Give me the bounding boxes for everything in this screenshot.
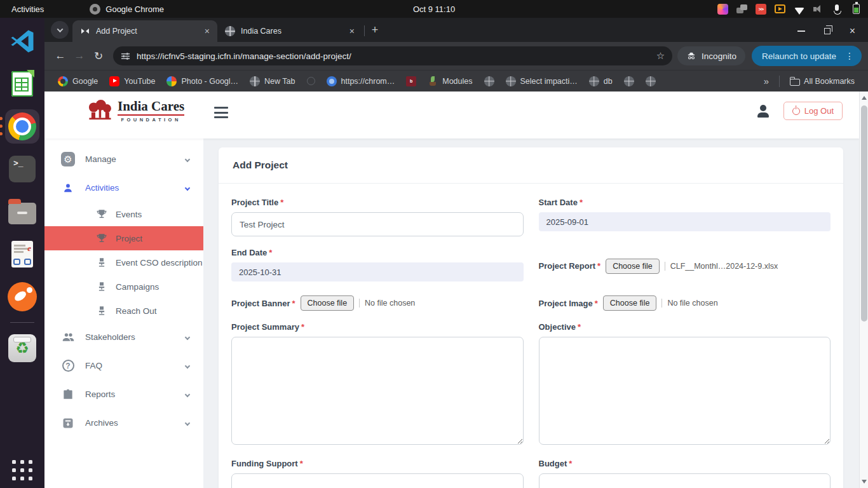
clock[interactable]: Oct 9 11:10 — [413, 4, 455, 14]
trash-icon[interactable]: ♻ — [5, 331, 39, 365]
sidebar-item-faq[interactable]: ? FAQ — [44, 351, 203, 380]
globe-icon — [646, 76, 656, 86]
sidebar-item-campaigns[interactable]: Campaigns — [44, 274, 203, 299]
user-avatar-icon[interactable] — [757, 105, 770, 118]
restore-button[interactable] — [824, 28, 831, 34]
globe-icon — [589, 76, 599, 86]
project-summary-textarea[interactable] — [231, 337, 524, 445]
required-asterisk: * — [595, 299, 598, 308]
bookmark-globe-2[interactable] — [618, 74, 640, 88]
app-grid-button[interactable] — [12, 460, 32, 480]
page-title: Add Project — [233, 159, 288, 170]
bookmark-google[interactable]: Google — [52, 74, 104, 88]
forward-button[interactable]: → — [70, 46, 89, 65]
sidebar-item-manage[interactable]: ⚙ Manage — [44, 145, 203, 173]
tab-search-button[interactable] — [51, 21, 69, 39]
sidebar-item-events[interactable]: Events — [44, 202, 203, 226]
relaunch-to-update-button[interactable]: Relaunch to update ⋮ — [752, 46, 862, 66]
terminal-icon[interactable]: >_ — [5, 152, 39, 186]
all-bookmarks-button[interactable]: All Bookmarks — [783, 74, 860, 88]
libreoffice-calc-icon[interactable] — [5, 67, 39, 101]
scrollbar-thumb[interactable] — [861, 105, 867, 322]
bookmark-blank[interactable] — [301, 75, 321, 87]
wifi-icon[interactable] — [794, 4, 804, 15]
logout-button[interactable]: Log Out — [783, 102, 843, 120]
field-label: Project Title — [231, 198, 278, 207]
document-viewer-icon[interactable]: e — [5, 237, 39, 271]
activities-button[interactable]: Activities — [11, 4, 44, 14]
screenshare-icon[interactable] — [775, 4, 785, 15]
required-asterisk: * — [578, 322, 581, 332]
page-scrollbar[interactable] — [859, 92, 868, 488]
end-date-input[interactable]: 2025-10-31 — [231, 262, 524, 281]
bookmark-youtube[interactable]: YouTube — [104, 74, 161, 88]
microphone-icon[interactable] — [832, 4, 843, 15]
back-button[interactable]: ← — [51, 46, 70, 65]
field-end-date: End Date* 2025-10-31 — [231, 248, 524, 281]
sidebar-item-reports[interactable]: Reports — [44, 380, 203, 409]
site-settings-icon[interactable] — [121, 51, 130, 61]
start-date-input[interactable]: 2025-09-01 — [539, 212, 831, 231]
remote-app-icon[interactable]: >> — [756, 4, 766, 15]
field-label: Project Image — [539, 299, 593, 308]
field-funding-support: Funding Support* — [231, 459, 524, 488]
bookmark-photos[interactable]: Photo - Googl… — [161, 74, 244, 88]
minimize-button[interactable] — [797, 30, 805, 32]
new-tab-button[interactable]: + — [367, 22, 383, 38]
bookmark-globe-1[interactable] — [478, 74, 500, 88]
postman-icon[interactable] — [5, 280, 39, 314]
bookmark-db[interactable]: db — [583, 74, 618, 88]
battery-icon[interactable] — [851, 4, 862, 15]
brand-title: India Cares — [118, 99, 184, 116]
bookmarks-overflow-button[interactable]: » — [757, 76, 775, 86]
bookmark-chrome-link[interactable]: https://chrom… — [321, 74, 401, 88]
sidebar-item-reach-out[interactable]: Reach Out — [44, 299, 203, 323]
bookmark-star-icon[interactable]: ☆ — [656, 50, 665, 62]
scroll-up-arrow[interactable] — [862, 96, 867, 100]
bookmark-new-tab[interactable]: New Tab — [244, 74, 301, 88]
reload-button[interactable]: ↻ — [89, 46, 108, 65]
india-cares-logo[interactable]: India Cares FOUNDATION — [86, 99, 184, 123]
focused-app[interactable]: Google Chrome — [90, 4, 164, 15]
field-project-report: Project Report* Choose file CLF__Monthl…… — [539, 250, 831, 281]
tab-add-project[interactable]: Add Project × — [72, 20, 217, 42]
chevron-down-icon — [185, 156, 190, 161]
chrome-icon[interactable] — [5, 109, 39, 144]
seminar-icon — [95, 257, 107, 269]
dock: >_ e ♻ — [0, 18, 44, 488]
vscode-icon[interactable] — [5, 24, 39, 58]
address-bar[interactable]: https://icfnv5-staging.icfn.in/manage-se… — [113, 46, 672, 65]
funding-support-input[interactable] — [231, 473, 524, 488]
youtube-icon — [109, 76, 119, 86]
budget-input[interactable] — [539, 473, 831, 488]
close-button[interactable]: × — [850, 28, 855, 34]
browser-menu-icon[interactable]: ⋮ — [843, 51, 857, 61]
tab-india-cares[interactable]: India Cares × — [217, 20, 362, 42]
bookmark-select-impact[interactable]: Select impacti… — [500, 74, 583, 88]
choose-file-button[interactable]: Choose file — [606, 259, 660, 274]
bookmark-modules[interactable]: Modules — [422, 74, 478, 88]
volume-muted-icon[interactable] — [813, 4, 824, 15]
bookmark-globe-3[interactable] — [640, 74, 661, 88]
scroll-down-arrow[interactable] — [862, 480, 867, 484]
sidebar-item-stakeholders[interactable]: Stakeholders — [44, 323, 203, 351]
bookmark-bajaj[interactable]: b — [400, 74, 422, 88]
project-title-input[interactable] — [231, 212, 524, 236]
choose-file-button[interactable]: Choose file — [301, 295, 355, 311]
tab-close-icon[interactable]: × — [347, 26, 357, 36]
sidebar-item-event-cso-description[interactable]: Event CSO description — [44, 250, 203, 274]
objective-textarea[interactable] — [539, 337, 831, 445]
sidebar-item-archives[interactable]: Archives — [44, 409, 203, 437]
required-asterisk: * — [269, 248, 272, 257]
choose-file-button[interactable]: Choose file — [603, 295, 657, 311]
globe-icon — [484, 76, 494, 86]
required-asterisk: * — [280, 198, 283, 207]
files-icon[interactable] — [5, 194, 39, 229]
chat-icon[interactable] — [736, 4, 747, 15]
sidebar-item-activities[interactable]: Activities — [44, 173, 203, 202]
prism-app-icon[interactable] — [717, 4, 728, 15]
sidebar-item-project[interactable]: Project — [44, 226, 203, 250]
tab-close-icon[interactable]: × — [202, 26, 212, 36]
chevron-down-icon — [185, 363, 190, 368]
hamburger-menu-icon[interactable] — [214, 107, 228, 118]
